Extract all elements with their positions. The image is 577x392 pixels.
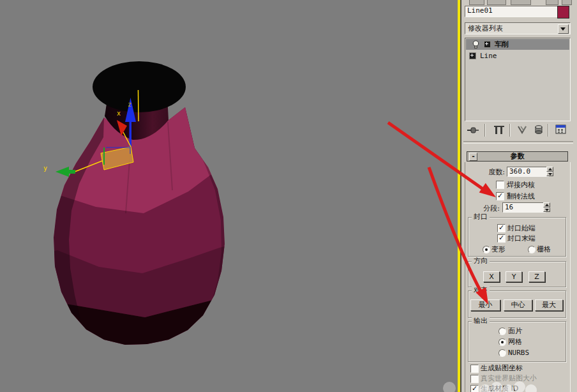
output-patch-radio[interactable] <box>498 328 506 335</box>
chevron-down-icon[interactable] <box>558 24 569 34</box>
flip-normals-label: 翻转法线 <box>507 192 535 200</box>
panel-separator <box>463 141 573 144</box>
vase-body <box>38 61 230 358</box>
spinner-down-icon[interactable] <box>543 207 550 213</box>
weld-core-checkbox[interactable] <box>496 181 504 189</box>
morph-label: 变形 <box>491 245 506 253</box>
remove-modifier-icon[interactable] <box>533 124 544 138</box>
panel-tab-fragment <box>562 0 572 5</box>
expand-plus-icon[interactable] <box>484 41 491 48</box>
z-axis-label: z <box>128 101 131 108</box>
output-patch-label: 面片 <box>508 327 522 335</box>
perspective-viewport[interactable]: x y z <box>0 0 458 392</box>
grid-radio[interactable] <box>528 246 536 253</box>
stack-toolbar <box>465 123 571 139</box>
spinner-up-icon[interactable] <box>546 167 553 172</box>
object-color-swatch[interactable] <box>557 6 569 19</box>
stack-item-line[interactable]: Line <box>466 50 569 61</box>
output-nurbs-radio[interactable] <box>498 349 506 357</box>
cap-start-checkbox[interactable]: ✓ <box>497 224 506 232</box>
spinner-up-icon[interactable] <box>543 202 550 207</box>
vase-model: x y z <box>0 0 458 392</box>
real-world-map-size-label: 真实世界贴图大小 <box>481 374 537 382</box>
toolbar-separator <box>484 124 486 137</box>
stack-item-lathe[interactable]: 车削 <box>466 39 569 50</box>
3dsmax-window: x y z Line01 修改器列表 车削 <box>0 0 577 392</box>
degrees-field[interactable]: 360.0 <box>507 167 549 177</box>
spinner-down-icon[interactable] <box>546 172 553 177</box>
y-axis-label: y <box>43 165 47 172</box>
real-world-map-size-checkbox[interactable] <box>470 375 479 383</box>
output-group-title: 输出 <box>472 317 490 325</box>
toolbar-separator <box>509 124 511 137</box>
flip-normals-checkbox[interactable]: ✓ <box>496 192 504 200</box>
modifier-list-label: 修改器列表 <box>468 24 503 33</box>
show-end-result-icon[interactable] <box>493 124 506 138</box>
vase-opening-top <box>93 61 186 112</box>
segments-spinner[interactable] <box>543 202 550 212</box>
panel-tab-fragment <box>487 0 506 5</box>
lightbulb-icon[interactable] <box>472 40 480 49</box>
degrees-label: 度数: <box>466 168 505 176</box>
object-name-field[interactable]: Line01 <box>465 6 559 17</box>
expand-plus-icon[interactable] <box>469 52 476 59</box>
x-axis-label: x <box>117 110 121 117</box>
output-mesh-radio[interactable] <box>498 338 506 346</box>
cap-group-title: 封口 <box>472 213 490 221</box>
generate-material-ids-checkbox[interactable]: ✓ <box>470 385 479 392</box>
weld-core-label: 焊接内核 <box>507 181 535 189</box>
cap-start-label: 封口始端 <box>507 224 536 232</box>
align-center-button[interactable]: 中心 <box>504 299 532 311</box>
grid-label: 栅格 <box>537 245 551 253</box>
panel-tab-fragment <box>511 0 531 5</box>
align-group-title: 对齐 <box>472 287 490 294</box>
cap-end-label: 封口末端 <box>507 234 536 243</box>
segments-label: 分段: <box>466 204 500 213</box>
direction-x-button[interactable]: X <box>483 271 500 282</box>
align-max-button[interactable]: 最大 <box>535 299 563 311</box>
cap-end-checkbox[interactable]: ✓ <box>497 234 506 243</box>
pin-stack-icon[interactable] <box>467 124 481 138</box>
panel-tab-fragment <box>546 0 558 5</box>
direction-z-button[interactable]: Z <box>528 271 545 282</box>
rollout-title: 参数 <box>511 152 525 160</box>
generate-mapping-coords-checkbox[interactable] <box>470 365 479 373</box>
stack-item-label: 车削 <box>495 40 509 49</box>
segments-field[interactable]: 16 <box>502 202 546 213</box>
align-min-button[interactable]: 最小 <box>470 299 500 311</box>
generate-material-ids-label: 生成材质 ID <box>481 384 518 392</box>
modifier-list-dropdown[interactable]: 修改器列表 <box>465 22 571 34</box>
parameters-rollout-header[interactable]: - 参数 <box>467 151 568 162</box>
make-unique-icon[interactable] <box>516 124 530 138</box>
modifier-stack[interactable]: 车削 Line <box>465 38 571 121</box>
direction-y-button[interactable]: Y <box>506 271 522 282</box>
direction-group-title: 方向 <box>472 257 490 265</box>
toolbar-separator <box>548 124 549 137</box>
degrees-spinner[interactable] <box>546 167 553 176</box>
output-nurbs-label: NURBS <box>508 349 529 357</box>
configure-modifier-sets-icon[interactable] <box>555 124 567 138</box>
generate-mapping-coords-label: 生成贴图坐标 <box>481 364 523 372</box>
collapse-rollout-button[interactable]: - <box>469 153 477 161</box>
stack-item-label: Line <box>480 52 497 60</box>
output-mesh-label: 网格 <box>508 338 522 346</box>
panel-tab-fragment <box>469 0 484 5</box>
morph-radio[interactable] <box>483 246 490 253</box>
